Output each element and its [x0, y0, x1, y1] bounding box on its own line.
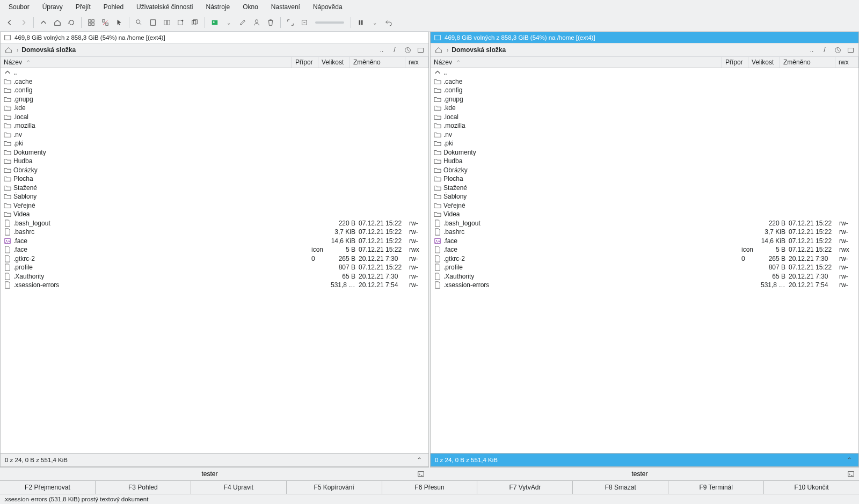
dropdown-icon[interactable]: ⌄ [368, 16, 381, 29]
reload-button[interactable] [65, 16, 78, 29]
tab-close-icon[interactable] [416, 45, 425, 55]
file-row[interactable]: Plocha07.12.21 15:39rwx [431, 174, 858, 184]
breadcrumb-current[interactable]: Domovská složka [452, 46, 506, 54]
file-row[interactable]: .config20.12.21 7:56rwx [1, 86, 428, 95]
file-row[interactable]: .face14,6 KiB07.12.21 15:22rw- [431, 237, 858, 246]
col-date[interactable]: Změněno [350, 57, 405, 68]
menu-nástroje[interactable]: Nástroje [199, 1, 236, 13]
file-row[interactable]: .pki10.12.21 9:17rwx [1, 139, 428, 148]
file-row[interactable]: .xsession-errors531,8 KiB20.12.21 7:54rw… [431, 281, 858, 290]
menu-nápověda[interactable]: Nápověda [307, 1, 349, 13]
file-row[interactable]: .bashrc3,7 KiB07.12.21 15:22rw- [431, 228, 858, 237]
file-row[interactable]: Veřejné07.12.21 15:25rwx [431, 201, 858, 210]
terminal-icon[interactable] [416, 469, 426, 479]
fnkey[interactable]: F8 Smazat [573, 481, 668, 494]
file-row[interactable]: Obrázky20.12.21 7:55rwx [431, 166, 858, 175]
file-row[interactable]: .faceicon5 B07.12.21 15:22rwx [431, 245, 858, 254]
zoom-slider[interactable] [315, 21, 344, 24]
file-row[interactable]: Dokumenty10.12.21 20:25rwx [431, 148, 858, 157]
file-list[interactable]: ...cache20.12.21 7:52rwx.config20.12.21 … [1, 68, 428, 453]
file-row[interactable]: Šablony07.12.21 15:25rwx [431, 192, 858, 201]
file-row[interactable]: .bash_logout220 B07.12.21 15:22rw- [431, 219, 858, 228]
menu-soubor[interactable]: Soubor [2, 1, 36, 13]
file-row[interactable]: .kde07.12.21 15:25rwx [431, 104, 858, 113]
file-row[interactable]: Dokumenty10.12.21 20:25rwx [1, 148, 428, 157]
col-name[interactable]: Název⌃ [431, 57, 722, 68]
file-row[interactable]: .. [431, 68, 858, 77]
file-row[interactable]: Šablony07.12.21 15:25rwx [1, 192, 428, 201]
file-row[interactable]: Stažené07.12.21 15:25rwx [431, 184, 858, 193]
tab-new-button[interactable] [174, 16, 187, 29]
fnkey[interactable]: F4 Upravit [191, 481, 287, 494]
file-row[interactable]: Obrázky20.12.21 7:55rwx [1, 166, 428, 175]
edit-button[interactable] [236, 16, 249, 29]
home-button[interactable] [51, 16, 64, 29]
chevron-up-icon[interactable]: ⌃ [414, 455, 424, 465]
file-row[interactable]: .gnupg07.12.21 15:25rwx [1, 95, 428, 104]
forward-button[interactable] [17, 16, 30, 29]
breadcrumb-dots[interactable]: .. [807, 45, 817, 55]
file-row[interactable]: Videa07.12.21 15:25rwx [431, 210, 858, 219]
back-button[interactable] [3, 16, 16, 29]
col-name[interactable]: Název⌃ [1, 57, 292, 68]
deselect-button[interactable] [99, 16, 112, 29]
fnkey[interactable]: F10 Ukončit [764, 481, 859, 494]
menu-pohled[interactable]: Pohled [97, 1, 130, 13]
up-button[interactable] [37, 16, 50, 29]
col-size[interactable]: Velikost [748, 57, 780, 68]
file-row[interactable]: .nv10.12.21 9:14rwx [1, 130, 428, 140]
file-list[interactable]: ...cache20.12.21 7:52rwx.config20.12.21 … [431, 68, 858, 453]
expand-button[interactable] [284, 16, 297, 29]
pause-button[interactable] [354, 16, 367, 29]
terminal-icon[interactable] [846, 469, 856, 479]
file-row[interactable]: .gnupg07.12.21 15:25rwx [431, 95, 858, 104]
file-row[interactable]: .cache20.12.21 7:52rwx [431, 77, 858, 86]
fnkey[interactable]: F6 Přesun [382, 481, 478, 494]
view-button[interactable] [147, 16, 159, 29]
file-row[interactable]: Hudba07.12.21 15:25rwx [431, 157, 858, 166]
dropdown-icon[interactable]: ⌄ [222, 16, 235, 29]
file-row[interactable]: .xsession-errors531,8 KiB20.12.21 7:54rw… [1, 281, 428, 290]
col-ext[interactable]: Přípor [722, 57, 748, 68]
breadcrumb-slash[interactable]: / [390, 45, 399, 55]
file-row[interactable]: .cache20.12.21 7:52rwx [1, 77, 428, 86]
tab-dup-button[interactable] [188, 16, 201, 29]
file-row[interactable]: .mozilla20.12.21 7:52rwx [431, 121, 858, 130]
fnkey[interactable]: F2 Přejmenovat [0, 481, 96, 494]
command-input[interactable] [433, 470, 846, 478]
file-row[interactable]: .bashrc3,7 KiB07.12.21 15:22rw- [1, 228, 428, 237]
file-row[interactable]: .profile807 B07.12.21 15:22rw- [431, 263, 858, 272]
search-button[interactable] [133, 16, 145, 29]
disk-info-bar[interactable]: 469,8 GiB volných z 858,3 GiB (54%) na /… [431, 32, 858, 43]
file-row[interactable]: Stažené07.12.21 15:25rwx [1, 184, 428, 193]
undo-button[interactable] [382, 16, 395, 29]
file-row[interactable]: .gtkrc-20265 B20.12.21 7:30rw- [1, 254, 428, 264]
clock-icon[interactable] [403, 45, 412, 55]
file-row[interactable]: .Xauthority65 B20.12.21 7:30rw- [431, 272, 858, 281]
cursor-button[interactable] [113, 16, 126, 29]
menu-nastavení[interactable]: Nastavení [265, 1, 307, 13]
col-date[interactable]: Změněno [780, 57, 835, 68]
chevron-up-icon[interactable]: ⌃ [845, 455, 854, 465]
col-size[interactable]: Velikost [318, 57, 350, 68]
file-row[interactable]: .local07.12.21 15:25rwx [1, 113, 428, 122]
user-button[interactable] [250, 16, 263, 29]
select-all-button[interactable] [85, 16, 98, 29]
file-row[interactable]: .bash_logout220 B07.12.21 15:22rw- [1, 219, 428, 228]
menu-úpravy[interactable]: Úpravy [36, 1, 69, 13]
file-row[interactable]: Videa07.12.21 15:25rwx [1, 210, 428, 219]
compare-button[interactable] [161, 16, 173, 29]
file-row[interactable]: .pki10.12.21 9:17rwx [431, 139, 858, 148]
menu-okno[interactable]: Okno [236, 1, 265, 13]
file-row[interactable]: .nv10.12.21 9:14rwx [431, 130, 858, 140]
clock-icon[interactable] [833, 45, 842, 55]
col-perm[interactable]: rwx [405, 57, 428, 68]
file-row[interactable]: .Xauthority65 B20.12.21 7:30rw- [1, 272, 428, 281]
file-row[interactable]: .gtkrc-20265 B20.12.21 7:30rw- [431, 254, 858, 264]
file-row[interactable]: .face14,6 KiB07.12.21 15:22rw- [1, 237, 428, 246]
breadcrumb-slash[interactable]: / [820, 45, 829, 55]
breadcrumb-current[interactable]: Domovská složka [21, 46, 76, 54]
file-row[interactable]: .config20.12.21 7:56rwx [431, 86, 858, 95]
file-row[interactable]: .local07.12.21 15:25rwx [431, 113, 858, 122]
file-row[interactable]: .faceicon5 B07.12.21 15:22rwx [1, 245, 428, 254]
